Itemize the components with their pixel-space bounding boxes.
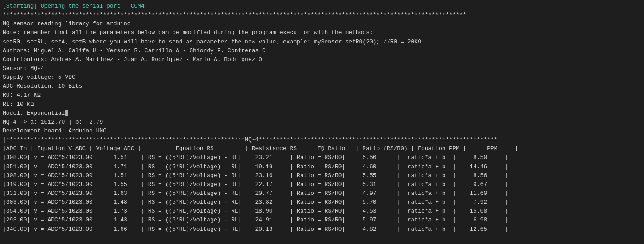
normal-line: Contributors: Andres A. Martinez - Juan … [3, 56, 262, 63]
data-row: |319.00| v = ADC*5/1023.00 | 1.55 | RS =… [3, 181, 508, 188]
data-row: |308.00| v = ADC*5/1023.00 | 1.51 | RS =… [3, 154, 508, 161]
terminal-line: |354.00| v = ADC*5/1023.00 | 1.73 | RS =… [3, 207, 641, 216]
normal-line: Supply voltage: 5 VDC [3, 74, 75, 81]
normal-line: setR0, setRL, setA, setB where you will … [3, 39, 421, 45]
data-row: |340.00| v = ADC*5/1023.00 | 1.66 | RS =… [3, 226, 508, 232]
terminal-line: Model: Exponential [3, 109, 641, 118]
normal-line: Sensor: MQ-4 [3, 65, 44, 72]
terminal-line: |331.00| v = ADC*5/1023.00 | 1.63 | RS =… [3, 189, 641, 198]
normal-line: RL: 10 KΩ [3, 101, 34, 108]
terminal-line: |308.00| v = ADC*5/1023.00 | 1.51 | RS =… [3, 171, 641, 180]
terminal-line: [Starting] Opening the serial port - COM… [3, 2, 641, 11]
data-row: |293.00| v = ADC*5/1023.00 | 1.43 | RS =… [3, 217, 508, 223]
terminal-line: |340.00| v = ADC*5/1023.00 | 1.66 | RS =… [3, 225, 641, 234]
normal-line: ADC Resolution: 10 Bits [3, 83, 82, 89]
normal-line: Note: remember that all the parameters b… [3, 29, 373, 36]
data-row: |303.00| v = ADC*5/1023.00 | 1.48 | RS =… [3, 199, 508, 205]
terminal-line: MQ sensor reading library for arduino [3, 19, 641, 28]
terminal-line: |***************************************… [3, 136, 641, 144]
terminal-line: Development board: Arduino UNO [3, 127, 641, 136]
terminal-line: |293.00| v = ADC*5/1023.00 | 1.43 | RS =… [3, 216, 641, 225]
normal-line: MQ-4 -> a: 1012.70 | b: -2.79 [3, 119, 103, 125]
terminal-line: Contributors: Andres A. Martinez - Juan … [3, 55, 641, 64]
terminal-line: RL: 10 KΩ [3, 100, 641, 109]
terminal-line: ****************************************… [3, 11, 641, 19]
terminal-line: R0: 4.17 KΩ [3, 91, 641, 100]
terminal-line: |351.00| v = ADC*5/1023.00 | 1.71 | RS =… [3, 163, 641, 171]
terminal-line: |303.00| v = ADC*5/1023.00 | 1.48 | RS =… [3, 198, 641, 207]
normal-line: MQ sensor reading library for arduino [3, 20, 131, 27]
column-header: |ADC_In | Equation_V_ADC | Voltage_ADC |… [3, 145, 518, 152]
normal-line: Development board: Arduino UNO [3, 128, 106, 134]
stars-line: ****************************************… [3, 12, 466, 18]
data-row: |351.00| v = ADC*5/1023.00 | 1.71 | RS =… [3, 163, 508, 170]
data-row: |331.00| v = ADC*5/1023.00 | 1.63 | RS =… [3, 190, 508, 197]
terminal-line: Sensor: MQ-4 [3, 64, 641, 73]
normal-line: R0: 4.17 KΩ [3, 92, 41, 98]
divider-line: |***************************************… [3, 136, 501, 143]
data-row: |354.00| v = ADC*5/1023.00 | 1.73 | RS =… [3, 208, 508, 214]
terminal-line: MQ-4 -> a: 1012.70 | b: -2.79 [3, 118, 641, 127]
terminal-line: |308.00| v = ADC*5/1023.00 | 1.51 | RS =… [3, 153, 641, 162]
terminal-line: Note: remember that all the parameters b… [3, 28, 641, 37]
terminal-line: Supply voltage: 5 VDC [3, 73, 641, 82]
terminal-line: setR0, setRL, setA, setB where you will … [3, 38, 641, 46]
starting-text: [Starting] Opening the serial port - COM… [3, 3, 145, 9]
text-cursor [65, 110, 68, 116]
terminal-line: |319.00| v = ADC*5/1023.00 | 1.55 | RS =… [3, 180, 641, 189]
terminal-line: |ADC_In | Equation_V_ADC | Voltage_ADC |… [3, 144, 641, 153]
normal-line: Authors: Miguel A. Califa U - Yersson R.… [3, 47, 266, 54]
terminal-window: [Starting] Opening the serial port - COM… [0, 0, 644, 236]
data-row: |308.00| v = ADC*5/1023.00 | 1.51 | RS =… [3, 172, 508, 179]
normal-line: Model: Exponential [3, 110, 65, 116]
terminal-line: ADC Resolution: 10 Bits [3, 82, 641, 91]
terminal-line: Authors: Miguel A. Califa U - Yersson R.… [3, 46, 641, 55]
